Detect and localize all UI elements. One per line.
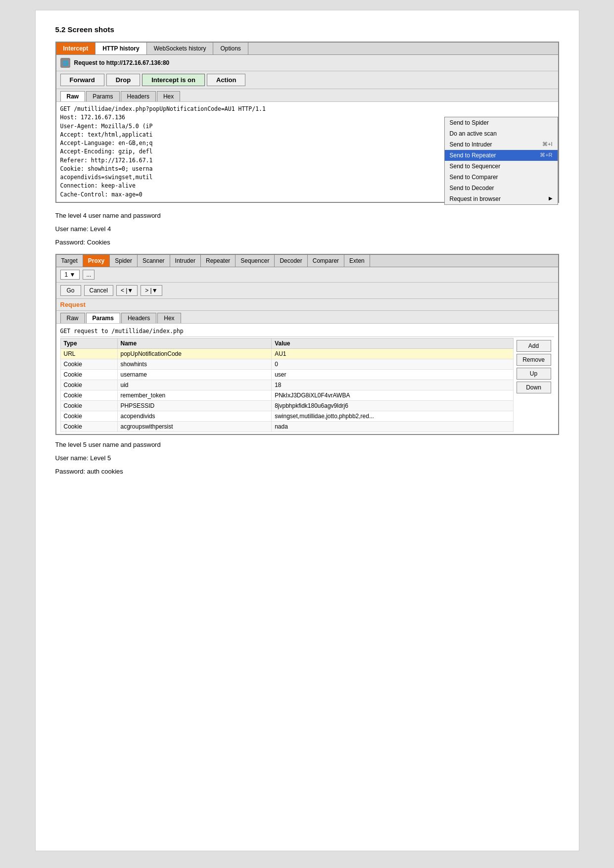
cell-value: 8jvpbhpkfidk180u6agv9ldrj6 — [272, 400, 513, 411]
context-item-label: Request in browser — [450, 195, 501, 202]
side-button-group: Add Remove Up Down — [514, 338, 554, 432]
params-table-wrapper: GET request to /mutillidae/index.php Typ… — [56, 324, 558, 434]
sub-tab2-raw[interactable]: Raw — [60, 313, 85, 323]
cell-name: remember_token — [117, 390, 272, 400]
tab2-comparer[interactable]: Comparer — [308, 255, 344, 267]
tab2-spider[interactable]: Spider — [110, 255, 138, 267]
cell-type: Cookie — [60, 411, 117, 421]
cell-value: user — [272, 369, 513, 380]
tab-more-button[interactable]: ... — [83, 270, 94, 280]
context-item-label: Send to Comparer — [450, 174, 498, 181]
col-value: Value — [272, 338, 513, 348]
context-send-to-intruder[interactable]: Send to Intruder ⌘+I — [445, 139, 558, 150]
cell-value: 0 — [272, 359, 513, 369]
cell-type: Cookie — [60, 390, 117, 400]
add-button[interactable]: Add — [517, 340, 551, 352]
cell-value: PNkIxJ3DG8iXL0F4vrAWBA — [272, 390, 513, 400]
table-row[interactable]: Cookie PHPSESSID 8jvpbhpkfidk180u6agv9ld… — [60, 400, 513, 411]
tab2-intruder[interactable]: Intruder — [170, 255, 201, 267]
up-button[interactable]: Up — [517, 368, 551, 380]
sub-tab-raw[interactable]: Raw — [60, 91, 86, 101]
context-request-in-browser[interactable]: Request in browser ▶ — [445, 193, 558, 204]
text-level4-username: User name: Level 4 — [55, 225, 559, 233]
context-shortcut: ⌘+R — [540, 152, 552, 159]
tab-http-history[interactable]: HTTP history — [95, 43, 146, 54]
cell-name: uid — [117, 380, 272, 390]
context-shortcut: ⌘+I — [542, 141, 552, 148]
go-button[interactable]: Go — [60, 285, 81, 296]
cell-type: Cookie — [60, 359, 117, 369]
next-button[interactable]: > |▼ — [141, 285, 162, 296]
table-row[interactable]: Cookie showhints 0 — [60, 359, 513, 369]
sub-tab2-hex[interactable]: Hex — [157, 313, 181, 323]
context-send-to-sequencer[interactable]: Send to Sequencer — [445, 161, 558, 172]
submenu-arrow-icon: ▶ — [549, 195, 553, 202]
action-button[interactable]: Action — [207, 74, 245, 86]
tab2-extensions[interactable]: Exten — [344, 255, 370, 267]
tab-options[interactable]: Options — [213, 43, 248, 54]
context-item-label: Send to Sequencer — [450, 163, 501, 170]
intercept-toggle-button[interactable]: Intercept is on — [142, 74, 205, 86]
burp-intercept-panel: Intercept HTTP history WebSockets histor… — [55, 42, 559, 203]
text-level5-username: User name: Level 5 — [55, 454, 559, 462]
table-row[interactable]: URL popUpNotificationCode AU1 — [60, 348, 513, 359]
tab2-scanner[interactable]: Scanner — [138, 255, 170, 267]
cell-value: 18 — [272, 380, 513, 390]
cell-type: Cookie — [60, 421, 117, 432]
tab2-proxy[interactable]: Proxy — [83, 255, 110, 267]
cell-name: PHPSESSID — [117, 400, 272, 411]
section-title: 5.2 Screen shots — [55, 25, 559, 34]
table-and-buttons: Type Name Value URL popUpNotificationCod… — [60, 338, 554, 432]
sub-tab-headers[interactable]: Headers — [121, 91, 156, 101]
request-area: GET /mutillidae/index.php?popUpNotificat… — [56, 102, 558, 202]
sub-tab2-headers[interactable]: Headers — [121, 313, 156, 323]
forward-button[interactable]: Forward — [60, 74, 104, 86]
cell-value: swingset,mutillidae,jotto,phpbb2,red... — [272, 411, 513, 421]
tab2-sequencer[interactable]: Sequencer — [236, 255, 275, 267]
tab-intercept[interactable]: Intercept — [56, 43, 96, 54]
remove-button[interactable]: Remove — [517, 354, 551, 366]
page: 5.2 Screen shots Intercept HTTP history … — [35, 10, 579, 851]
sub-tab-params[interactable]: Params — [86, 91, 119, 101]
cancel-button[interactable]: Cancel — [84, 285, 113, 296]
context-item-label: Send to Repeater — [450, 152, 496, 159]
tab2-target[interactable]: Target — [56, 255, 83, 267]
sub-tab2-params[interactable]: Params — [86, 313, 120, 323]
burp-tab-bar: Intercept HTTP history WebSockets histor… — [56, 43, 558, 55]
sub-tab-hex[interactable]: Hex — [157, 91, 180, 101]
down-button[interactable]: Down — [517, 382, 551, 393]
burp2-tab-bar: Target Proxy Spider Scanner Intruder Rep… — [56, 255, 558, 267]
text-level4-password: Password: Cookies — [55, 239, 559, 246]
table-row[interactable]: Cookie acopendivids swingset,mutillidae,… — [60, 411, 513, 421]
context-send-to-repeater[interactable]: Send to Repeater ⌘+R — [445, 150, 558, 161]
context-send-to-comparer[interactable]: Send to Comparer — [445, 172, 558, 183]
context-active-scan[interactable]: Do an active scan — [445, 128, 558, 139]
text-level5-password: Password: auth cookies — [55, 468, 559, 475]
table-row[interactable]: Cookie uid 18 — [60, 380, 513, 390]
cell-name: acgroupswithpersist — [117, 421, 272, 432]
table-row[interactable]: Cookie remember_token PNkIxJ3DG8iXL0F4vr… — [60, 390, 513, 400]
col-type: Type — [60, 338, 117, 348]
context-send-to-decoder[interactable]: Send to Decoder — [445, 183, 558, 193]
context-item-label: Send to Spider — [450, 119, 489, 126]
tab2-decoder[interactable]: Decoder — [275, 255, 307, 267]
cell-name: username — [117, 369, 272, 380]
cell-type: Cookie — [60, 380, 117, 390]
burp-action-buttons: Forward Drop Intercept is on Action — [56, 71, 558, 89]
burp2-control-bar: Go Cancel < |▼ > |▼ — [56, 283, 558, 299]
request-url: Request to http://172.16.67.136:80 — [74, 59, 170, 66]
context-item-label: Do an active scan — [450, 130, 497, 137]
burp-toolbar: 🌐 Request to http://172.16.67.136:80 — [56, 55, 558, 71]
tab-websockets-history[interactable]: WebSockets history — [147, 43, 214, 54]
cell-value: nada — [272, 421, 513, 432]
prev-button[interactable]: < |▼ — [116, 285, 138, 296]
table-row[interactable]: Cookie acgroupswithpersist nada — [60, 421, 513, 432]
table-row[interactable]: Cookie username user — [60, 369, 513, 380]
text-level5-intro: The level 5 user name and password — [55, 441, 559, 448]
cell-name: showhints — [117, 359, 272, 369]
cell-value: AU1 — [272, 348, 513, 359]
context-send-to-spider[interactable]: Send to Spider — [445, 117, 558, 128]
params-table: Type Name Value URL popUpNotificationCod… — [60, 338, 514, 432]
tab2-repeater[interactable]: Repeater — [201, 255, 236, 267]
drop-button[interactable]: Drop — [106, 74, 140, 86]
